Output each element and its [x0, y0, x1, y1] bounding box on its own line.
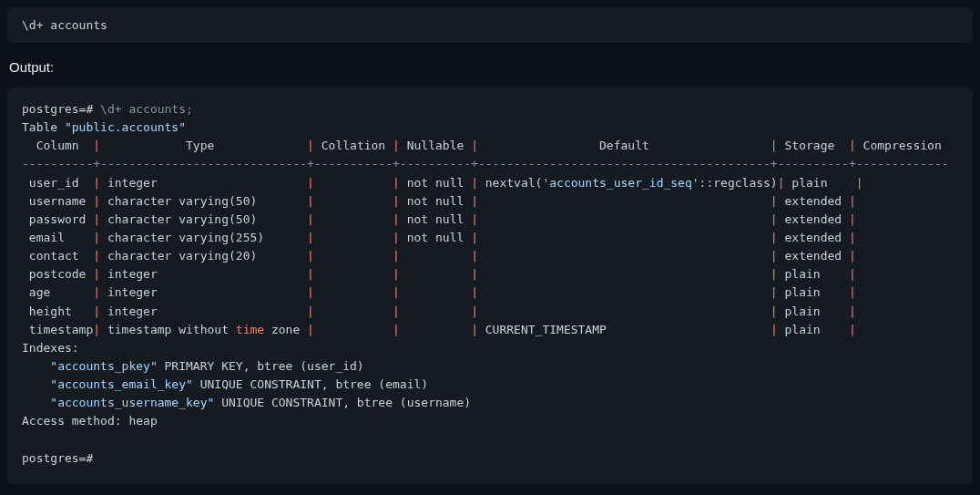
- command-text: \d+ accounts: [22, 18, 107, 32]
- terminal-output[interactable]: postgres=# \d+ accounts; Table "public.a…: [7, 88, 973, 484]
- output-label: Output:: [9, 59, 973, 75]
- command-block: \d+ accounts: [7, 7, 973, 43]
